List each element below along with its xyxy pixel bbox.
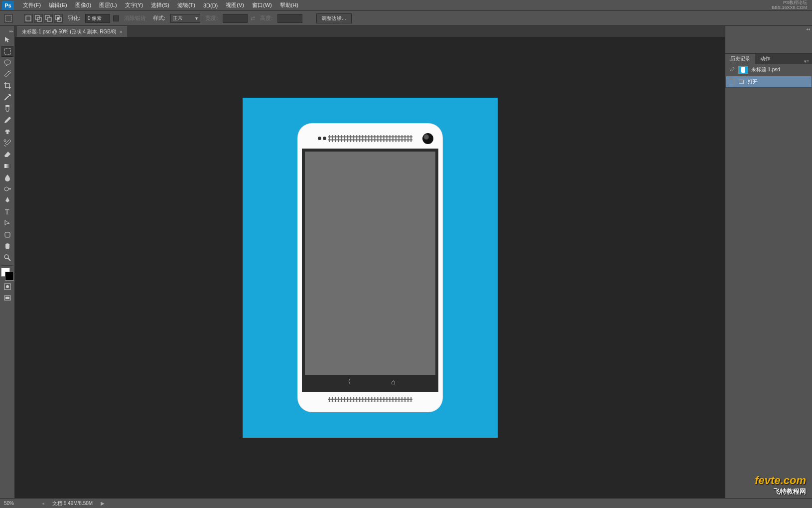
menu-3d[interactable]: 3D(D) — [199, 2, 222, 8]
gradient-tool[interactable] — [1, 161, 13, 171]
antialias-checkbox — [113, 15, 119, 21]
menu-image[interactable]: 图像(I) — [71, 1, 95, 9]
close-tab-icon[interactable]: × — [120, 29, 123, 35]
svg-rect-8 — [57, 17, 59, 19]
options-bar: 羽化: 消除锯齿 样式: 正常▾ 宽度: ⇄ 高度: 调整边缘... — [0, 11, 812, 26]
svg-rect-1 — [26, 16, 31, 21]
document-tab-title: 未标题-1.psd @ 50% (形状 4 副本, RGB/8) — [22, 28, 117, 35]
workspace: 未标题-1.psd @ 50% (形状 4 副本, RGB/8) × 〈 — [15, 26, 725, 498]
canvas-area[interactable]: 〈 ⌂ — [15, 37, 725, 498]
zoom-level[interactable]: 50% — [4, 501, 34, 506]
eyedropper-tool[interactable] — [1, 92, 13, 103]
crop-tool[interactable] — [1, 80, 13, 91]
selection-add-icon[interactable] — [34, 14, 43, 23]
height-label: 高度: — [258, 14, 274, 22]
document-tab[interactable]: 未标题-1.psd @ 50% (形状 4 副本, RGB/8) × — [17, 26, 127, 37]
shape-tool[interactable] — [1, 229, 13, 240]
healing-brush-tool[interactable] — [1, 103, 13, 114]
history-step-row[interactable]: 打开 — [725, 76, 812, 88]
dodge-tool[interactable] — [1, 183, 13, 194]
lasso-tool[interactable] — [1, 57, 13, 68]
refine-edge-button[interactable]: 调整边缘... — [316, 13, 351, 23]
phone-front-camera — [422, 133, 433, 144]
history-snapshot-row[interactable]: 未标题-1.psd — [725, 64, 812, 76]
menu-bar: Ps 文件(F) 编辑(E) 图像(I) 图层(L) 文字(Y) 选择(S) 滤… — [0, 0, 812, 11]
selection-intersect-icon[interactable] — [54, 14, 63, 23]
screenmode-tool[interactable] — [1, 293, 13, 304]
docinfo-menu-icon[interactable]: ▶ — [101, 501, 105, 506]
tab-history[interactable]: 历史记录 — [725, 54, 755, 64]
svg-rect-21 — [739, 80, 744, 84]
doc-info[interactable]: 文档:5.49M/8.50M — [52, 500, 93, 507]
move-tool[interactable] — [1, 34, 13, 45]
history-brush-tool[interactable] — [1, 138, 13, 149]
swap-wh-icon: ⇄ — [251, 15, 255, 21]
height-input — [277, 14, 302, 23]
quickmask-tool[interactable] — [1, 281, 13, 292]
phone-home-icon: ⌂ — [391, 378, 395, 386]
feather-input[interactable] — [85, 14, 110, 23]
svg-rect-12 — [4, 164, 10, 168]
wm-p2: v — [765, 474, 771, 487]
phone-nav-bar: 〈 ⌂ — [305, 375, 435, 389]
feather-label: 羽化: — [66, 14, 82, 22]
status-bar: 50% ◂ 文档:5.49M/8.50M ▶ — [0, 498, 812, 508]
style-select[interactable]: 正常▾ — [170, 14, 200, 23]
history-thumbnail — [738, 66, 748, 74]
tab-actions[interactable]: 动作 — [755, 54, 775, 64]
menu-edit[interactable]: 编辑(E) — [45, 1, 71, 9]
magic-wand-tool[interactable] — [1, 69, 13, 80]
menu-window[interactable]: 窗口(W) — [248, 1, 276, 9]
style-label: 样式: — [151, 14, 167, 22]
toolbox-collapse-icon[interactable]: ▸▸ — [1, 29, 13, 34]
history-panel-tabs: 历史记录 动作 ▾≡ — [725, 54, 812, 64]
watermark-brand: fevte.com — [755, 474, 806, 487]
zoom-tool[interactable] — [1, 252, 13, 263]
svg-rect-5 — [47, 17, 51, 21]
color-swatches[interactable] — [1, 268, 14, 281]
menu-help[interactable]: 帮助(H) — [276, 1, 302, 9]
pen-tool[interactable] — [1, 195, 13, 206]
history-step-label: 打开 — [748, 78, 758, 85]
scrollbar-left-icon[interactable]: ◂ — [42, 501, 44, 506]
history-list: 未标题-1.psd 打开 — [725, 64, 812, 88]
phone-screen — [305, 152, 435, 375]
history-step-marker — [729, 79, 735, 85]
menu-file[interactable]: 文件(F) — [19, 1, 45, 9]
toolbox-separator — [1, 265, 13, 266]
menu-view[interactable]: 视图(V) — [222, 1, 248, 9]
artboard: 〈 ⌂ — [243, 98, 498, 438]
svg-rect-0 — [5, 15, 11, 21]
menu-select[interactable]: 选择(S) — [147, 1, 173, 9]
svg-rect-10 — [5, 105, 9, 107]
clone-stamp-tool[interactable] — [1, 126, 13, 137]
background-swatch[interactable] — [5, 272, 14, 281]
main-area: ▸▸ T 未标题-1.psd @ 50% (形状 4 副本, R — [0, 26, 812, 498]
marquee-preset-icon[interactable] — [4, 14, 13, 23]
phone-screen-bezel: 〈 ⌂ — [302, 149, 438, 392]
path-selection-tool[interactable] — [1, 218, 13, 229]
phone-sensor-dots — [318, 137, 326, 140]
brush-tool[interactable] — [1, 115, 13, 126]
blur-tool[interactable] — [1, 172, 13, 183]
svg-point-16 — [4, 255, 8, 259]
history-doc-name: 未标题-1.psd — [751, 66, 780, 73]
hand-tool[interactable] — [1, 241, 13, 252]
menu-filter[interactable]: 滤镜(T) — [173, 1, 199, 9]
history-brush-icon — [728, 66, 735, 73]
phone-mockup: 〈 ⌂ — [298, 124, 442, 412]
selection-new-icon[interactable] — [24, 14, 33, 23]
collapsed-panel-strip[interactable] — [725, 26, 812, 54]
panel-menu-icon[interactable]: ▾≡ — [801, 59, 812, 64]
eraser-tool[interactable] — [1, 149, 13, 160]
menu-type[interactable]: 文字(Y) — [121, 1, 147, 9]
svg-rect-15 — [5, 232, 10, 237]
credit-line2: BBS.16XX8.COM — [772, 5, 807, 10]
type-tool[interactable]: T — [1, 206, 13, 217]
selection-subtract-icon[interactable] — [44, 14, 53, 23]
right-panels: 历史记录 动作 ▾≡ 未标题-1.psd 打开 — [725, 26, 812, 498]
phone-back-icon: 〈 — [344, 377, 351, 386]
menu-layer[interactable]: 图层(L) — [95, 1, 121, 9]
width-input — [223, 14, 248, 23]
marquee-tool[interactable] — [1, 46, 13, 57]
